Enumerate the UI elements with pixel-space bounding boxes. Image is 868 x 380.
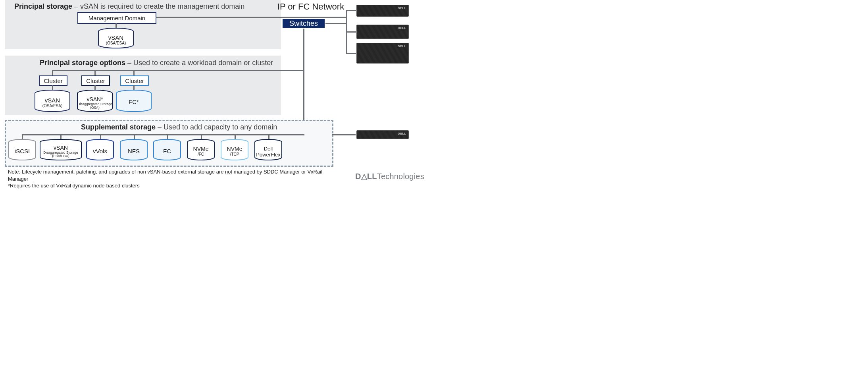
connector [346,31,356,33]
panel1-title: Principal storage – vSAN is required to … [14,2,244,11]
panel2-title-bold: Principal storage options [40,59,125,67]
cyl-nfs: NFS [119,139,148,160]
cyl-label: FC [153,148,181,154]
cluster-label: Cluster [86,77,105,84]
cyl-label: FC* [115,98,152,105]
panel3-title: Supplemental storage – Used to add capac… [81,123,277,131]
cluster-box: Cluster [39,75,67,86]
cyl-label: Dell [254,146,283,152]
storage-array-icon: DELL [356,43,409,64]
logo-dell: D△LL [355,172,377,181]
footer-note: Note: Lifecycle management, patching, an… [8,168,333,189]
cyl-powerflex: DellPowerFlex [254,139,283,160]
note1-a: Note: Lifecycle management, patching, an… [8,169,225,175]
note1-b: not [225,169,232,175]
cyl-iscsi: iSCSI [8,139,37,160]
logo-tech: Technologies [377,172,424,181]
panel1-title-rest: – vSAN is required to create the managem… [72,2,244,10]
connector [332,134,356,135]
cluster-box: Cluster [81,75,110,86]
cyl-sublabel: /TCP [220,152,249,156]
cluster-label: Cluster [125,77,144,84]
cyl-fc: FC* [115,90,152,112]
dell-logo: D△LLTechnologies [355,172,424,181]
cyl-label: vSAN* [77,96,113,102]
connector [52,70,53,75]
storage-array-icon: DELL [356,130,409,139]
hw-brand: DELL [398,6,406,10]
switches-label: Switches [289,19,318,28]
connector [22,134,304,135]
panel3-title-rest: – Used to add capacity to any domain [156,123,277,131]
cyl-nvme-tcp: NVMe/TCP [220,139,249,160]
panel1-title-bold: Principal storage [14,2,72,10]
cyl-label: NFS [119,148,148,154]
connector [325,23,347,24]
cyl-label: NVMe [187,146,215,152]
cyl-label: NVMe [220,146,249,152]
cyl-sublabel: /FC [187,152,215,156]
switches-box: Switches [283,19,325,28]
cluster-box: Cluster [120,75,149,86]
hw-brand: DELL [398,26,406,30]
connector [282,17,347,18]
cyl-label: vSAN [39,145,82,151]
cluster-label: Cluster [44,77,63,84]
connector [94,70,96,75]
network-label: IP or FC Network [273,2,348,12]
cyl-label: vSAN [98,34,134,41]
connector [133,70,135,75]
panel2-title-rest: – Used to create a workload domain or cl… [125,59,273,67]
cyl-vsan-disagg-supp: vSANDisaggregated Storage (ESA/OSA) [39,139,82,160]
cyl-label: vSAN [34,97,71,104]
connector [346,10,356,11]
cyl-vsan-mgmt: vSAN (OSA/ESA) [98,28,134,48]
connector [303,29,304,135]
management-domain-box: Management Domain [77,12,156,24]
connector [156,17,283,18]
cyl-vvols: vVols [86,139,114,160]
connector [52,70,304,71]
cyl-sublabel: Disaggregated Storage (OSA) [77,102,113,110]
cyl-vsan-osa-esa: vSAN(OSA/ESA) [34,90,71,112]
hw-brand: DELL [398,132,406,135]
management-domain-label: Management Domain [89,15,145,21]
note2: *Requires the use of VxRail dynamic node… [8,183,140,189]
storage-array-icon: DELL [356,25,409,39]
cyl-sublabel: Disaggregated Storage (ESA/OSA) [39,151,82,158]
cyl-fc-supp: FC [153,139,181,160]
cyl-vsan-disagg: vSAN*Disaggregated Storage (OSA) [77,90,113,112]
hw-brand: DELL [398,44,406,48]
connector [346,53,356,54]
cyl-sublabel: (OSA/ESA) [34,104,71,108]
panel3-title-bold: Supplemental storage [81,123,156,131]
storage-array-icon: DELL [356,5,409,17]
cyl-label: vVols [86,148,114,154]
cyl-sublabel: (OSA/ESA) [98,41,134,45]
diagram-canvas: Principal storage – vSAN is required to … [0,0,579,253]
cyl-nvme-fc: NVMe/FC [187,139,215,160]
panel2-title: Principal storage options – Used to crea… [40,59,273,67]
cyl-label: iSCSI [8,148,37,154]
cyl-sublabel: PowerFlex [254,152,283,158]
